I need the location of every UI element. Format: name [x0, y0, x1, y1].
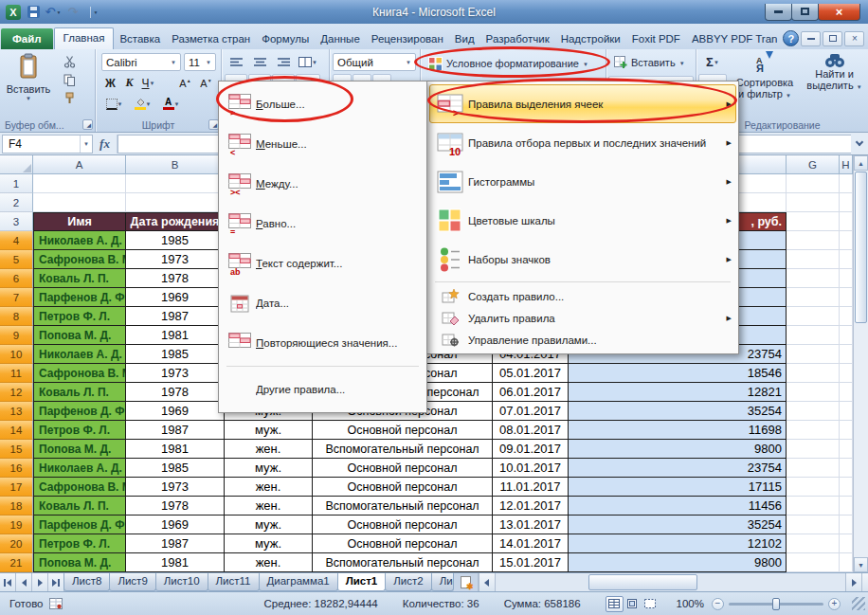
- cell-E15[interactable]: 09.01.2017: [493, 440, 569, 459]
- conditional-formatting-button[interactable]: Условное форматирование ▼: [423, 51, 605, 76]
- highlight-cells-submenu-item-less-than[interactable]: <Меньше...: [221, 124, 425, 164]
- page-break-preview-button[interactable]: [642, 596, 660, 612]
- cell-G16[interactable]: [787, 459, 840, 478]
- help-icon[interactable]: ?: [783, 30, 799, 46]
- cell-F19[interactable]: 35254: [569, 516, 787, 534]
- highlight-cells-submenu-item-between[interactable]: ><Между...: [221, 164, 425, 204]
- cell-A14[interactable]: Петров Ф. Л.: [33, 421, 126, 440]
- cell-B8[interactable]: 1987: [126, 307, 225, 326]
- cell-F21[interactable]: 9800: [569, 553, 787, 572]
- expand-formula-bar-button[interactable]: [851, 135, 868, 154]
- horizontal-scrollbar-thumb[interactable]: [588, 574, 697, 590]
- cell-G4[interactable]: [787, 231, 840, 250]
- row-header-21[interactable]: 21: [0, 553, 33, 572]
- cell-E20[interactable]: 14.01.2017: [493, 534, 569, 553]
- cell-A11[interactable]: Сафронова В. М.: [33, 364, 126, 383]
- macro-record-icon[interactable]: [49, 598, 63, 609]
- cell-B3[interactable]: Дата рождения: [126, 212, 225, 231]
- number-format-dropdown[interactable]: Общий ▼: [333, 53, 416, 71]
- workbook-minimize-button[interactable]: [801, 31, 821, 46]
- sheet-tab-sheet2[interactable]: Лист2: [385, 573, 431, 591]
- align-middle-button[interactable]: [248, 53, 271, 71]
- scroll-right-icon[interactable]: [845, 573, 861, 591]
- cell-B19[interactable]: 1969: [126, 516, 225, 534]
- row-header-12[interactable]: 12: [0, 383, 33, 402]
- ribbon-tab-foxit-pdf[interactable]: Foxit PDF: [626, 29, 686, 49]
- fill-color-button[interactable]: ▼: [130, 95, 155, 113]
- row-header-14[interactable]: 14: [0, 421, 33, 440]
- undo-icon[interactable]: ↶▼: [45, 4, 62, 21]
- cell-H21[interactable]: [840, 553, 853, 572]
- cell-B6[interactable]: 1978: [126, 269, 225, 288]
- cell-E19[interactable]: 13.01.2017: [493, 516, 569, 534]
- cell-B1[interactable]: [126, 174, 225, 193]
- cell-A6[interactable]: Коваль Л. П.: [33, 269, 126, 288]
- cell-B21[interactable]: 1981: [126, 553, 225, 572]
- cell-H15[interactable]: [840, 440, 853, 459]
- cell-H9[interactable]: [840, 326, 853, 345]
- cell-G19[interactable]: [787, 516, 840, 534]
- cell-C18[interactable]: жен.: [225, 497, 313, 516]
- conditional-formatting-menu-item-icon-sets[interactable]: Наборы значков▶: [429, 240, 736, 279]
- clipboard-dialog-launcher[interactable]: ◢: [82, 119, 93, 130]
- cell-H8[interactable]: [840, 307, 853, 326]
- row-header-8[interactable]: 8: [0, 307, 33, 326]
- cell-D21[interactable]: Вспомогательный персонал: [313, 553, 493, 572]
- underline-button[interactable]: Ч▼: [139, 74, 157, 92]
- cell-G7[interactable]: [787, 288, 840, 307]
- cell-G12[interactable]: [787, 383, 840, 402]
- cell-B14[interactable]: 1987: [126, 421, 225, 440]
- tab-split-handle[interactable]: [861, 573, 868, 591]
- highlight-cells-submenu-item-a-date-occurring[interactable]: Дата...: [221, 283, 425, 323]
- ribbon-tab-view[interactable]: Вид: [449, 29, 480, 49]
- conditional-formatting-menu-item-new-rule[interactable]: Создать правило...: [429, 285, 736, 307]
- maximize-button[interactable]: [791, 4, 819, 21]
- cell-G10[interactable]: [787, 345, 840, 364]
- row-header-15[interactable]: 15: [0, 440, 33, 459]
- cell-A7[interactable]: Парфенов Д. Ф.: [33, 288, 126, 307]
- row-header-20[interactable]: 20: [0, 534, 33, 553]
- cell-G5[interactable]: [787, 250, 840, 269]
- conditional-formatting-menu-item-highlight-cells-rules[interactable]: >Правила выделения ячеек▶: [429, 84, 736, 123]
- cell-H17[interactable]: [840, 478, 853, 497]
- cell-A8[interactable]: Петров Ф. Л.: [33, 307, 126, 326]
- cell-D17[interactable]: Основной персонал: [313, 478, 493, 497]
- page-layout-view-button[interactable]: [624, 596, 642, 612]
- insert-cells-button[interactable]: Вставить ▼: [608, 52, 694, 73]
- cell-B20[interactable]: 1987: [126, 534, 225, 553]
- font-size-dropdown[interactable]: 11 ▼: [184, 53, 216, 71]
- column-header-B[interactable]: B: [126, 155, 225, 174]
- ribbon-tab-add-ins[interactable]: Надстройки: [555, 29, 626, 49]
- cell-H11[interactable]: [840, 364, 853, 383]
- cell-G11[interactable]: [787, 364, 840, 383]
- cell-G2[interactable]: [787, 193, 840, 212]
- cell-B17[interactable]: 1973: [126, 478, 225, 497]
- cell-F18[interactable]: 11456: [569, 497, 787, 516]
- font-name-dropdown[interactable]: Calibri ▼: [101, 53, 181, 71]
- paste-button[interactable]: Вставить ▼: [3, 52, 54, 115]
- cell-A5[interactable]: Сафронова В. М.: [33, 250, 126, 269]
- cell-E11[interactable]: 05.01.2017: [493, 364, 569, 383]
- cell-A13[interactable]: Парфенов Д. Ф.: [33, 402, 126, 421]
- last-sheet-button[interactable]: [48, 573, 64, 591]
- ribbon-tab-formulas[interactable]: Формулы: [256, 29, 315, 49]
- cell-H6[interactable]: [840, 269, 853, 288]
- cell-H13[interactable]: [840, 402, 853, 421]
- copy-button[interactable]: [59, 72, 80, 88]
- row-header-5[interactable]: 5: [0, 250, 33, 269]
- cell-H18[interactable]: [840, 497, 853, 516]
- cell-C15[interactable]: жен.: [225, 440, 313, 459]
- cell-A20[interactable]: Петров Ф. Л.: [33, 534, 126, 553]
- row-header-4[interactable]: 4: [0, 231, 33, 250]
- ribbon-tab-review[interactable]: Рецензирован: [366, 29, 449, 49]
- cell-H20[interactable]: [840, 534, 853, 553]
- highlight-cells-submenu-item-text-that-contains[interactable]: abТекст содержит...: [221, 244, 425, 283]
- highlight-cells-submenu-item-duplicate-values[interactable]: Повторяющиеся значения...: [221, 323, 425, 363]
- cell-A18[interactable]: Коваль Л. П.: [33, 497, 126, 516]
- row-header-9[interactable]: 9: [0, 326, 33, 345]
- highlight-cells-submenu-item-more-rules[interactable]: Другие правила...: [221, 370, 425, 409]
- cell-F13[interactable]: 35254: [569, 402, 787, 421]
- cell-D15[interactable]: Вспомогательный персонал: [313, 440, 493, 459]
- cell-F12[interactable]: 12821: [569, 383, 787, 402]
- cell-E12[interactable]: 06.01.2017: [493, 383, 569, 402]
